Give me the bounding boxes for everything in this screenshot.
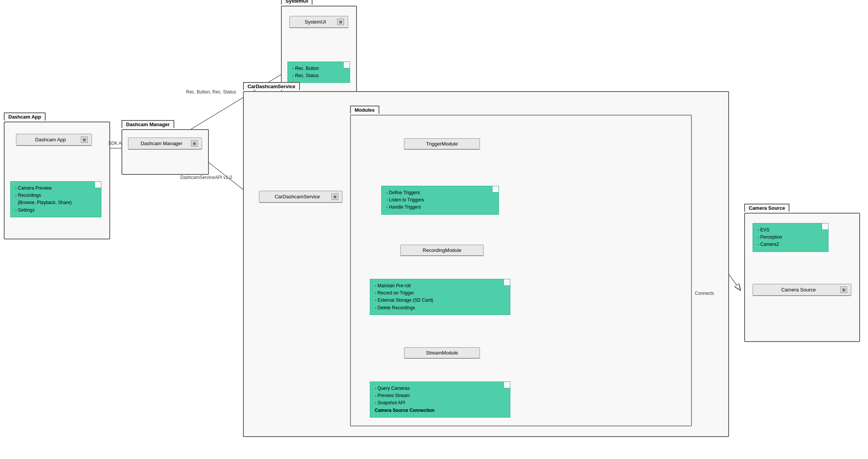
- car-dashcam-service-package: CarDashcamService Modules TriggerModule …: [243, 91, 729, 437]
- dashcam-manager-class-header: Dashcam Manager ▣: [128, 138, 202, 149]
- dashcam-app-note-line1: - Camera Preview: [15, 185, 96, 192]
- camera-source-note: - EVS - Perception - Camera2: [753, 223, 829, 252]
- modules-package: Modules TriggerModule - Define Triggers …: [350, 115, 692, 426]
- trigger-module-class: TriggerModule: [404, 138, 480, 150]
- car-dashcam-service-class-name: CarDashcamService: [263, 194, 331, 199]
- dashcam-app-note-line3: (Browse, Playback, Share): [15, 199, 96, 206]
- stream-note-line1: - Query Cameras: [375, 385, 505, 392]
- rec-button-label: Rec. Button, Rec. Status: [186, 89, 236, 95]
- dashcam-app-class-icon: ▣: [81, 136, 88, 143]
- recording-note-line1: - Maintain Pre-roll: [375, 282, 505, 290]
- system-ui-class-header: SystemUI ▣: [290, 16, 348, 28]
- dashcam-manager-class-icon: ▣: [191, 140, 198, 147]
- dashcam-app-class: Dashcam App ▣: [16, 134, 92, 146]
- system-ui-note: - Rec. Button - Rec. Status: [287, 62, 350, 83]
- dashcam-app-note: - Camera Preview - Recordings (Browse, P…: [10, 181, 101, 217]
- dashcam-app-class-name: Dashcam App: [20, 137, 81, 142]
- stream-note-line3: - Snapshot API: [375, 399, 505, 407]
- car-dashcam-service-class-header: CarDashcamService ▣: [259, 191, 342, 203]
- camera-source-class-name: Camera Source: [757, 287, 840, 293]
- system-ui-note-line2: - Rec. Status: [292, 72, 345, 79]
- trigger-module-note: - Define Triggers - Listen to Triggers -…: [381, 186, 499, 215]
- system-ui-class-name: SystemUI: [294, 19, 337, 25]
- dashcam-app-package-label: Dashcam App: [4, 112, 46, 120]
- car-dashcam-service-package-label: CarDashcamService: [243, 82, 300, 90]
- camera-source-note-line1: - EVS: [758, 226, 824, 234]
- dashcam-manager-class: Dashcam Manager ▣: [128, 138, 202, 150]
- dashcam-app-note-line4: - Settings: [15, 207, 96, 214]
- diagram-container: Dashcam App Dashcam App ▣ - Camera Previ…: [0, 0, 868, 459]
- stream-module-class-name: StreamModule: [408, 350, 476, 356]
- camera-source-package-label: Camera Source: [744, 204, 789, 212]
- recording-note-line4: - Delete Recordings: [375, 304, 505, 312]
- dashcam-app-package: Dashcam App Dashcam App ▣ - Camera Previ…: [4, 122, 110, 239]
- dashcam-manager-class-name: Dashcam Manager: [132, 141, 191, 146]
- camera-source-note-line2: - Perception: [758, 234, 824, 241]
- dashcam-service-api-label: DashcamServiceAPI v1.0: [180, 175, 232, 180]
- stream-module-class: StreamModule: [404, 347, 480, 359]
- recording-module-class: RecordingModule: [400, 245, 484, 256]
- recording-module-class-name: RecordingModule: [404, 247, 480, 253]
- recording-note-line2: - Record on Trigger: [375, 290, 505, 297]
- car-dashcam-service-class: CarDashcamService ▣: [259, 191, 342, 203]
- system-ui-class-icon: ▣: [337, 19, 344, 25]
- stream-module-class-header: StreamModule: [404, 348, 480, 358]
- trigger-note-line3: - Handle Triggers: [386, 204, 494, 211]
- trigger-module-class-header: TriggerModule: [404, 139, 480, 149]
- dashcam-manager-package-label: Dashcam Manager: [122, 120, 174, 128]
- trigger-note-line1: - Define Triggers: [386, 189, 494, 196]
- camera-source-class: Camera Source ▣: [753, 284, 851, 296]
- car-dashcam-service-class-icon: ▣: [331, 193, 338, 200]
- stream-module-note: - Query Cameras - Preview Stream - Snaps…: [370, 381, 510, 418]
- trigger-note-line2: - Listen to Triggers: [386, 196, 494, 204]
- system-ui-package-label: SystemUI: [281, 0, 312, 5]
- connects-label: Connects: [695, 291, 714, 296]
- camera-source-class-icon: ▣: [840, 286, 847, 293]
- recording-note-line3: - External Storage (SD Card): [375, 297, 505, 304]
- recording-module-class-header: RecordingModule: [401, 245, 483, 256]
- dashcam-app-class-header: Dashcam App ▣: [16, 134, 92, 146]
- system-ui-class: SystemUI ▣: [289, 16, 348, 28]
- dashcam-manager-package: Dashcam Manager Dashcam Manager ▣: [122, 129, 209, 175]
- camera-source-class-header: Camera Source ▣: [753, 284, 851, 296]
- modules-package-label: Modules: [350, 106, 379, 114]
- stream-note-line2: - Preview Stream: [375, 392, 505, 399]
- trigger-module-class-name: TriggerModule: [408, 141, 476, 147]
- camera-source-note-line3: - Camera2: [758, 241, 824, 248]
- recording-module-note: - Maintain Pre-roll - Record on Trigger …: [370, 279, 510, 315]
- dashcam-app-note-line2: - Recordings: [15, 192, 96, 199]
- stream-note-line4: Camera Source Connection: [375, 407, 505, 414]
- system-ui-note-line1: - Rec. Button: [292, 65, 345, 72]
- camera-source-package: Camera Source - EVS - Perception - Camer…: [744, 213, 860, 342]
